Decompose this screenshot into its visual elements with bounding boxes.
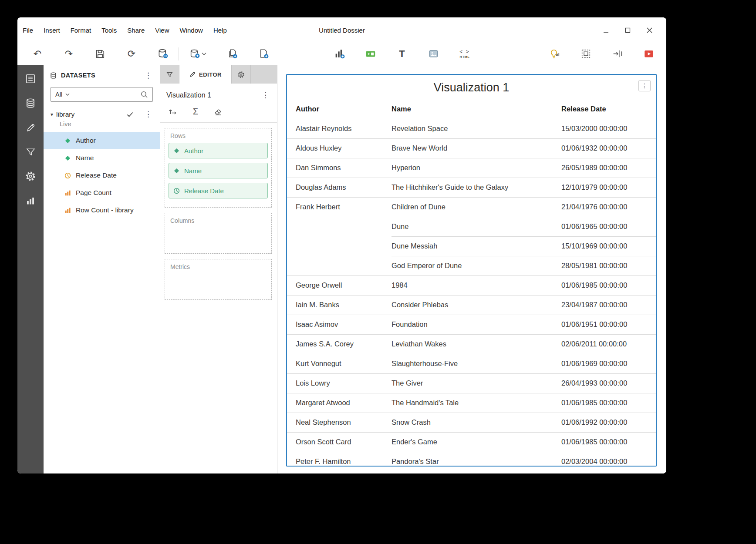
author-cell[interactable]: Margaret Atwood	[287, 393, 392, 413]
name-cell[interactable]: Children of Dune	[392, 197, 561, 217]
add-filter-panel-button[interactable]	[361, 45, 380, 63]
name-cell[interactable]: Ender's Game	[392, 432, 561, 452]
add-visualization-button[interactable]	[330, 45, 349, 63]
column-header-author[interactable]: Author	[287, 100, 392, 119]
search-button[interactable]	[140, 91, 148, 98]
visualization-gallery-button[interactable]	[23, 193, 38, 208]
name-cell[interactable]: The Handmaid's Tale	[392, 393, 561, 413]
collapse-caret-icon[interactable]: ▾	[51, 111, 53, 118]
edit-panel-button[interactable]	[23, 120, 38, 135]
author-cell[interactable]: James S.A. Corey	[287, 334, 392, 354]
tab-format[interactable]	[232, 65, 251, 84]
release-date-cell[interactable]: 21/04/1976 00:00:00	[561, 197, 656, 217]
dataset-status-button[interactable]	[153, 45, 172, 63]
undo-button[interactable]: ↶	[28, 45, 47, 63]
rows-zone-item-author[interactable]: Author	[169, 143, 268, 158]
menu-view[interactable]: View	[150, 27, 174, 34]
release-date-cell[interactable]: 01/06/1969 00:00:00	[561, 354, 656, 373]
author-cell[interactable]: Kurt Vonnegut	[287, 354, 392, 373]
add-html-button[interactable]: < > HTML	[455, 45, 474, 63]
menu-format[interactable]: Format	[65, 27, 97, 34]
release-date-cell[interactable]: 02/06/2011 00:00:00	[561, 334, 656, 354]
rows-drop-zone[interactable]: Rows AuthorNameRelease Date	[165, 128, 272, 208]
name-cell[interactable]: Revelation Space	[392, 119, 561, 138]
author-cell[interactable]: Iain M. Banks	[287, 295, 392, 315]
name-cell[interactable]: The Giver	[392, 373, 561, 393]
filter-panel-button[interactable]	[23, 144, 38, 159]
name-cell[interactable]: Leviathan Wakes	[392, 334, 561, 354]
rows-zone-item-name[interactable]: Name	[169, 163, 268, 178]
menu-file[interactable]: File	[17, 27, 38, 34]
author-cell[interactable]: Neal Stephenson	[287, 413, 392, 432]
settings-panel-button[interactable]	[23, 169, 38, 184]
tab-editor[interactable]: EDITOR	[179, 65, 232, 84]
column-header-release-date[interactable]: Release Date	[561, 100, 656, 119]
menu-help[interactable]: Help	[208, 27, 232, 34]
author-cell[interactable]: Frank Herbert	[287, 197, 392, 217]
visualization-menu-button[interactable]: ⋮	[638, 80, 651, 91]
name-cell[interactable]: Foundation	[392, 315, 561, 334]
metrics-drop-zone[interactable]: Metrics	[165, 259, 272, 300]
aggregate-button[interactable]: Σ	[190, 106, 201, 117]
name-cell[interactable]: Pandora's Star	[392, 452, 561, 467]
author-cell[interactable]: Dan Simmons	[287, 158, 392, 178]
minimize-button[interactable]	[598, 24, 613, 37]
insights-button[interactable]	[545, 45, 564, 63]
release-date-cell[interactable]: 28/05/1981 00:00:00	[561, 256, 656, 275]
name-cell[interactable]: Consider Phlebas	[392, 295, 561, 315]
duplicate-page-button[interactable]	[223, 45, 242, 63]
pivot-button[interactable]	[167, 106, 179, 117]
dataset-field-name[interactable]: Name	[44, 149, 160, 167]
release-date-cell[interactable]: 01/06/1965 00:00:00	[561, 217, 656, 236]
release-date-cell[interactable]: 12/10/1979 00:00:00	[561, 178, 656, 197]
author-cell[interactable]: Peter F. Hamilton	[287, 452, 392, 467]
author-cell[interactable]: Alastair Reynolds	[287, 119, 392, 138]
refresh-button[interactable]: ⟳	[122, 45, 141, 63]
name-cell[interactable]: Slaughterhouse-Five	[392, 354, 561, 373]
author-cell[interactable]: Orson Scott Card	[287, 432, 392, 452]
present-button[interactable]	[639, 45, 658, 63]
release-date-cell[interactable]: 01/06/1951 00:00:00	[561, 315, 656, 334]
datasets-panel-button[interactable]	[23, 96, 38, 111]
release-date-cell[interactable]: 02/03/2004 00:00:00	[561, 452, 656, 467]
add-data-button[interactable]	[185, 45, 210, 63]
dataset-filter-dropdown[interactable]: All	[55, 91, 70, 98]
column-header-name[interactable]: Name	[392, 100, 561, 119]
name-cell[interactable]: 1984	[392, 275, 561, 295]
author-cell[interactable]: Douglas Adams	[287, 178, 392, 197]
add-image-button[interactable]	[424, 45, 443, 63]
author-cell[interactable]: Isaac Asimov	[287, 315, 392, 334]
maximize-button[interactable]	[620, 24, 635, 37]
dataset-field-author[interactable]: Author	[44, 132, 160, 149]
dataset-field-release-date[interactable]: Release Date	[44, 167, 160, 184]
author-cell[interactable]: Lois Lowry	[287, 373, 392, 393]
table-of-contents-button[interactable]	[23, 71, 38, 86]
save-button[interactable]	[91, 45, 110, 63]
columns-drop-zone[interactable]: Columns	[165, 213, 272, 254]
redo-button[interactable]: ↷	[59, 45, 78, 63]
release-date-cell[interactable]: 15/03/2000 00:00:00	[561, 119, 656, 138]
name-cell[interactable]: God Emperor of Dune	[392, 256, 561, 275]
menu-window[interactable]: Window	[175, 27, 208, 34]
tab-filter[interactable]	[160, 65, 179, 84]
add-text-button[interactable]: T	[392, 45, 412, 63]
name-cell[interactable]: Snow Crash	[392, 413, 561, 432]
collapse-panels-button[interactable]	[608, 45, 627, 63]
author-cell[interactable]	[287, 236, 392, 256]
dataset-field-row-count-library[interactable]: Row Count - library	[44, 201, 160, 219]
close-button[interactable]	[642, 24, 657, 37]
release-date-cell[interactable]: 26/05/1989 00:00:00	[561, 158, 656, 178]
author-cell[interactable]	[287, 256, 392, 275]
name-cell[interactable]: Brave New World	[392, 138, 561, 158]
release-date-cell[interactable]: 01/06/1992 00:00:00	[561, 413, 656, 432]
dataset-menu-button[interactable]: ⋮	[143, 110, 154, 119]
name-cell[interactable]: The Hitchhiker's Guide to the Galaxy	[392, 178, 561, 197]
rows-zone-item-release-date[interactable]: Release Date	[169, 183, 268, 198]
dataset-tree-item[interactable]: ▾ library ⋮	[44, 108, 160, 120]
author-cell[interactable]	[287, 217, 392, 236]
clear-button[interactable]	[213, 106, 224, 117]
add-page-button[interactable]	[254, 45, 273, 63]
release-date-cell[interactable]: 01/06/1985 00:00:00	[561, 393, 656, 413]
layout-button[interactable]	[576, 45, 595, 63]
menu-share[interactable]: Share	[122, 27, 150, 34]
